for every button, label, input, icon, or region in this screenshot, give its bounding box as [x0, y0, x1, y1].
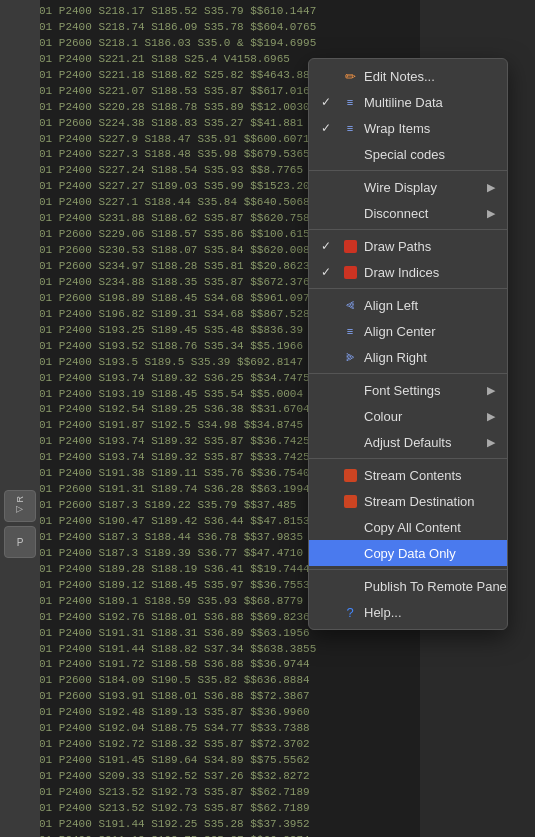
icon-wrap-items: ≡	[341, 120, 359, 136]
check-draw-paths: ✓	[321, 239, 337, 253]
label-disconnect: Disconnect	[364, 206, 487, 221]
data-line: 1541.01 P2400 S192.04 S188.75 S34.77 $$3…	[6, 721, 414, 737]
menu-item-stream-destination[interactable]: Stream Destination	[309, 488, 507, 514]
menu-item-special-codes[interactable]: Special codes	[309, 141, 507, 167]
icon-align-center: ≡	[341, 323, 359, 339]
label-wrap-items: Wrap Items	[364, 121, 495, 136]
data-line: 1540.01 P2400 S192.48 S189.13 S35.87 $$3…	[6, 705, 414, 721]
arrow-disconnect: ▶	[487, 207, 495, 220]
icon-edit-notes: ✏	[341, 68, 359, 84]
icon-align-left: ⫷	[341, 297, 359, 313]
separator	[309, 458, 507, 459]
data-line: 1538.01 P2600 S184.09 S190.5 S35.82 $$63…	[6, 673, 414, 689]
menu-item-align-left[interactable]: ⫷Align Left	[309, 292, 507, 318]
menu-item-wire-display[interactable]: Wire Display▶	[309, 174, 507, 200]
menu-item-align-center[interactable]: ≡Align Center	[309, 318, 507, 344]
check-draw-indices: ✓	[321, 265, 337, 279]
separator	[309, 373, 507, 374]
data-line: 1544.01 P2400 S209.33 S192.52 S37.26 $$3…	[6, 769, 414, 785]
menu-item-publish-remote[interactable]: Publish To Remote Panel	[309, 573, 507, 599]
label-colour: Colour	[364, 409, 487, 424]
data-line: 1497.01 P2400 S218.74 S186.09 S35.78 $$6…	[6, 20, 414, 36]
label-publish-remote: Publish To Remote Panel	[364, 579, 508, 594]
menu-item-adjust-defaults[interactable]: Adjust Defaults▶	[309, 429, 507, 455]
label-edit-notes: Edit Notes...	[364, 69, 495, 84]
icon-help: ?	[341, 604, 359, 620]
separator	[309, 288, 507, 289]
icon-stream-destination	[341, 493, 359, 509]
menu-item-multiline-data[interactable]: ✓≡Multiline Data	[309, 89, 507, 115]
data-line: 1545.01 P2400 S213.52 S192.73 S35.87 $$6…	[6, 785, 414, 801]
arrow-colour: ▶	[487, 410, 495, 423]
icon-wire-display	[341, 179, 359, 195]
context-menu: ✏Edit Notes...✓≡Multiline Data✓≡Wrap Ite…	[308, 58, 508, 630]
separator	[309, 229, 507, 230]
data-line: 1543.01 P2400 S191.45 S189.64 S34.89 $$7…	[6, 753, 414, 769]
sidebar-icon-p[interactable]: P	[4, 526, 36, 558]
label-stream-contents: Stream Contents	[364, 468, 495, 483]
label-multiline-data: Multiline Data	[364, 95, 495, 110]
data-line: 1496.01 P2400 S218.17 S185.52 S35.79 $$6…	[6, 4, 414, 20]
label-wire-display: Wire Display	[364, 180, 487, 195]
label-align-right: Align Right	[364, 350, 495, 365]
menu-item-disconnect[interactable]: Disconnect▶	[309, 200, 507, 226]
data-line: 1537.01 P2400 S191.72 S188.58 S36.88 $$3…	[6, 657, 414, 673]
label-special-codes: Special codes	[364, 147, 495, 162]
label-help: Help...	[364, 605, 495, 620]
menu-item-copy-all-content[interactable]: Copy All Content	[309, 514, 507, 540]
data-line: 1536.01 P2400 S191.44 S188.82 S37.34 $$6…	[6, 642, 414, 658]
menu-item-help[interactable]: ?Help...	[309, 599, 507, 625]
data-line: 1542.01 P2400 S192.72 S188.32 S35.87 $$7…	[6, 737, 414, 753]
icon-draw-indices	[341, 264, 359, 280]
check-wrap-items: ✓	[321, 121, 337, 135]
icon-copy-all-content	[341, 519, 359, 535]
label-align-center: Align Center	[364, 324, 495, 339]
arrow-font-settings: ▶	[487, 384, 495, 397]
icon-disconnect	[341, 205, 359, 221]
menu-item-wrap-items[interactable]: ✓≡Wrap Items	[309, 115, 507, 141]
separator	[309, 569, 507, 570]
icon-adjust-defaults	[341, 434, 359, 450]
menu-item-copy-data-only[interactable]: Copy Data Only	[309, 540, 507, 566]
menu-item-colour[interactable]: Colour▶	[309, 403, 507, 429]
arrow-adjust-defaults: ▶	[487, 436, 495, 449]
label-adjust-defaults: Adjust Defaults	[364, 435, 487, 450]
icon-font-settings	[341, 382, 359, 398]
icon-colour	[341, 408, 359, 424]
icon-multiline-data: ≡	[341, 94, 359, 110]
sidebar: ◁ R P	[0, 0, 40, 837]
icon-draw-paths	[341, 238, 359, 254]
icon-copy-data-only	[341, 545, 359, 561]
icon-publish-remote	[341, 578, 359, 594]
label-align-left: Align Left	[364, 298, 495, 313]
menu-item-draw-indices[interactable]: ✓Draw Indices	[309, 259, 507, 285]
label-font-settings: Font Settings	[364, 383, 487, 398]
check-multiline-data: ✓	[321, 95, 337, 109]
data-line: 1548.01 P2400 S211.12 S192.75 S35.87 $$6…	[6, 833, 414, 837]
menu-item-align-right[interactable]: ⫸Align Right	[309, 344, 507, 370]
icon-special-codes	[341, 146, 359, 162]
data-line: 1546.01 P2400 S213.52 S192.73 S35.87 $$6…	[6, 801, 414, 817]
data-line: 1498.01 P2600 S218.1 S186.03 S35.0 & $$1…	[6, 36, 414, 52]
label-copy-data-only: Copy Data Only	[364, 546, 495, 561]
data-line: 1547.01 P2400 S191.44 S192.25 S35.28 $$3…	[6, 817, 414, 833]
label-draw-indices: Draw Indices	[364, 265, 495, 280]
arrow-wire-display: ▶	[487, 181, 495, 194]
icon-align-right: ⫸	[341, 349, 359, 365]
label-draw-paths: Draw Paths	[364, 239, 495, 254]
menu-item-font-settings[interactable]: Font Settings▶	[309, 377, 507, 403]
sidebar-icon-r[interactable]: ◁ R	[4, 490, 36, 522]
icon-stream-contents	[341, 467, 359, 483]
label-stream-destination: Stream Destination	[364, 494, 495, 509]
separator	[309, 170, 507, 171]
menu-item-draw-paths[interactable]: ✓Draw Paths	[309, 233, 507, 259]
data-line: 1539.01 P2600 S193.91 S188.01 S36.88 $$7…	[6, 689, 414, 705]
menu-item-edit-notes[interactable]: ✏Edit Notes...	[309, 63, 507, 89]
menu-item-stream-contents[interactable]: Stream Contents	[309, 462, 507, 488]
label-copy-all-content: Copy All Content	[364, 520, 495, 535]
